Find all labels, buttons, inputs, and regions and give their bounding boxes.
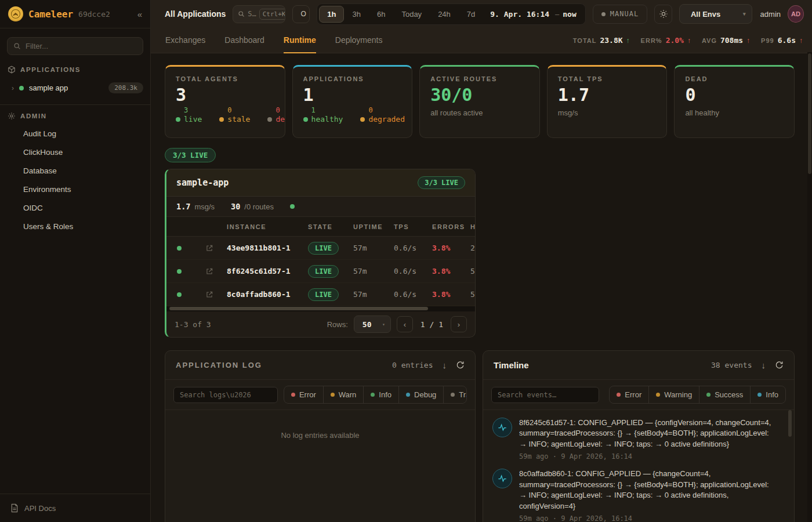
sidebar-collapse-icon[interactable]: « (137, 9, 142, 19)
table-row[interactable]: 43ee9811b801-1 LIVE 57m 0.6/s 3.8% 2 (166, 237, 476, 260)
filter-error-button[interactable]: Error (284, 386, 323, 403)
breakdown-label: degraded (368, 115, 405, 124)
api-docs-link[interactable]: API Docs (0, 494, 150, 522)
download-icon[interactable]: ↓ (762, 360, 766, 370)
filter-success-button[interactable]: Success (699, 386, 750, 403)
tab-deployments[interactable]: Deployments (335, 28, 383, 53)
breakdown-healthy: 1 healthy (303, 106, 343, 124)
chevron-right-icon[interactable]: › (12, 84, 14, 92)
instance-id: 43ee9811b801-1 (227, 244, 308, 252)
table-row[interactable]: 8c0affadb860-1 LIVE 57m 0.6/s 3.8% 5 (166, 283, 476, 306)
sample-app-panel: sample-app 3/3 LIVE 1.7 msg/s 30 /0 rout… (165, 169, 476, 338)
trend-up-icon: ↑ (746, 37, 750, 45)
admin-section-header: ADMIN (0, 105, 150, 125)
status-dot (176, 117, 180, 122)
tab-exchanges[interactable]: Exchanges (165, 28, 205, 53)
filter-info-button[interactable]: Info (363, 386, 398, 403)
extra-value: 5 (470, 290, 476, 299)
sidebar-item-oidc[interactable]: OIDC (0, 199, 150, 217)
col-instance: INSTANCE (227, 223, 308, 230)
application-log-panel: APPLICATION LOG 0 entries ↓ Error (165, 350, 476, 522)
manual-refresh-button[interactable]: MANUAL (593, 5, 647, 24)
col-tps: TPS (394, 223, 432, 230)
sidebar-item-audit-log[interactable]: Audit Log (0, 125, 150, 143)
timeline-search-input[interactable] (491, 387, 599, 403)
status-dot-green (19, 86, 24, 90)
info-dot (757, 393, 762, 397)
timeline-scrollbar-thumb[interactable] (788, 410, 792, 437)
event-text: 8c0affadb860-1: CONFIG_APPLIED — {change… (519, 469, 772, 512)
card-dead: DEAD 0 all healthy (674, 65, 795, 138)
brand-version: 69dcce2 (78, 10, 110, 19)
card-title: TOTAL TPS (558, 75, 657, 82)
time-range-1h[interactable]: 1h (319, 6, 344, 23)
time-range-today[interactable]: Today (393, 6, 430, 23)
date-range-to[interactable]: now (563, 10, 583, 19)
breakdown-degraded: 0 degraded (360, 106, 405, 124)
uptime-value: 57m (353, 267, 394, 276)
sidebar-item-database[interactable]: Database (0, 162, 150, 180)
page-scrollbar-thumb[interactable] (808, 53, 811, 174)
filter-label: Success (715, 390, 743, 399)
refresh-icon[interactable] (456, 361, 465, 369)
app-tps-value: 1.7 (176, 202, 190, 211)
global-search-input[interactable]: S… Ctrl+K (233, 5, 285, 23)
date-range-from[interactable]: 9. Apr. 16:14 (483, 10, 552, 19)
time-range-6h[interactable]: 6h (369, 6, 393, 23)
tabbar: Exchanges Dashboard Runtime Deployments … (151, 28, 812, 53)
sidebar-item-clickhouse[interactable]: ClickHouse (0, 143, 150, 162)
errors-value: 3.8% (432, 290, 470, 299)
log-panel-title: APPLICATION LOG (176, 361, 262, 369)
event-timestamp: 59m ago · 9 Apr 2026, 16:14 (519, 514, 772, 522)
avatar[interactable]: AD (788, 5, 804, 23)
api-docs-label: API Docs (24, 504, 56, 513)
sidebar-item-environments[interactable]: Environments (0, 180, 150, 199)
topbar: All Applications S… Ctrl+K O 1h 3h 6h To… (151, 0, 812, 28)
sidebar-item-users-roles[interactable]: Users & Roles (0, 217, 150, 236)
filter-label: Info (766, 390, 778, 399)
extra-value: 2 (470, 244, 476, 252)
timeline-event[interactable]: 8f6245c61d57-1: CONFIG_APPLIED — {config… (492, 418, 772, 461)
time-range-7d[interactable]: 7d (459, 6, 483, 23)
filter-warning-button[interactable]: Warning (648, 386, 699, 403)
online-status-button[interactable]: O (292, 5, 310, 23)
sidebar-filter-input[interactable] (7, 37, 143, 55)
sidebar-header: Cameleer 69dcce2 « (0, 0, 150, 28)
errors-value: 3.8% (432, 267, 470, 276)
external-link-icon[interactable] (192, 267, 227, 276)
filter-error-button[interactable]: Error (610, 386, 648, 403)
page-scrollbar-track[interactable] (807, 52, 812, 522)
environment-select[interactable]: All Envs ▾ (679, 4, 752, 24)
time-range-24h[interactable]: 24h (430, 6, 459, 23)
page-title: All Applications (165, 9, 226, 19)
time-range-3h[interactable]: 3h (344, 6, 368, 23)
card-subtitle: all routes active (430, 108, 529, 117)
prev-page-button[interactable]: ‹ (397, 316, 413, 332)
app-live-badge: 3/3 LIVE (418, 176, 465, 189)
sidebar-filter-field[interactable] (26, 42, 137, 50)
timeline-event[interactable]: 8c0affadb860-1: CONFIG_APPLIED — {change… (492, 469, 772, 522)
filter-info-button[interactable]: Info (750, 386, 785, 403)
tab-runtime[interactable]: Runtime (284, 28, 316, 53)
rows-per-page-select[interactable]: 50 ▾ (354, 316, 391, 333)
tab-dashboard[interactable]: Dashboard (224, 28, 264, 53)
theme-toggle-button[interactable] (654, 5, 672, 24)
live-status-badge: 3/3 LIVE (165, 148, 216, 162)
external-link-icon[interactable] (192, 291, 227, 299)
app-panel-header: sample-app 3/3 LIVE (166, 169, 475, 197)
sidebar: Cameleer 69dcce2 « APPLICATIONS › sample… (0, 0, 151, 522)
external-link-icon[interactable] (192, 244, 227, 252)
download-icon[interactable]: ↓ (443, 360, 447, 370)
next-page-button[interactable]: › (451, 316, 467, 332)
log-filter-group: Error Warn Info Debug (284, 386, 467, 404)
filter-trace-button[interactable]: Trace (443, 386, 467, 403)
refresh-icon[interactable] (775, 361, 784, 369)
content-area: TOTAL AGENTS 3 3 live 0 stale (151, 53, 812, 522)
sidebar-item-sample-app[interactable]: › sample app 208.3k (0, 78, 150, 97)
table-row[interactable]: 8f6245c61d57-1 LIVE 57m 0.6/s 3.8% 5 (166, 260, 476, 283)
log-search-input[interactable] (173, 387, 278, 403)
horizontal-scrollbar-thumb[interactable] (169, 307, 428, 310)
filter-warn-button[interactable]: Warn (323, 386, 364, 403)
filter-debug-button[interactable]: Debug (398, 386, 443, 403)
instance-id: 8f6245c61d57-1 (227, 267, 308, 276)
